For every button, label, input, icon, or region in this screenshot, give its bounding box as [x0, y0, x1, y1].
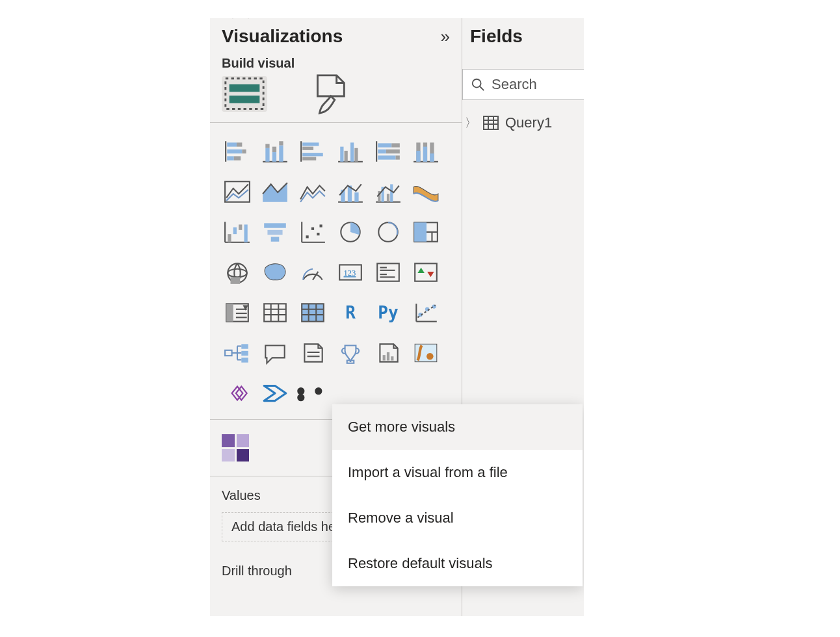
svg-rect-14	[272, 147, 276, 152]
svg-point-75	[228, 269, 246, 278]
svg-rect-13	[272, 152, 276, 162]
svg-rect-25	[350, 142, 354, 161]
svg-rect-50	[387, 194, 389, 202]
area-chart[interactable]	[258, 177, 292, 206]
svg-rect-111	[225, 350, 232, 356]
card-chart[interactable]: 123	[334, 258, 367, 287]
get-more-visuals-button[interactable]: ● ● ●	[296, 379, 330, 408]
svg-rect-8	[227, 156, 234, 160]
powerbi-right-panes: Visualizations » Build visual	[210, 18, 584, 616]
svg-rect-94	[264, 304, 286, 321]
slicer-chart[interactable]	[220, 298, 254, 327]
waterfall-chart[interactable]	[220, 218, 254, 246]
visualizations-title: Visualizations	[222, 26, 441, 47]
decomposition-tree-chart[interactable]	[220, 339, 254, 367]
svg-rect-60	[271, 237, 280, 241]
svg-rect-40	[430, 153, 434, 162]
collapse-visualizations-icon[interactable]: »	[441, 27, 450, 47]
svg-rect-123	[383, 355, 386, 360]
svg-rect-54	[228, 234, 231, 242]
arcgis-map-visual[interactable]	[409, 339, 443, 367]
menu-get-more-visuals[interactable]: Get more visuals	[332, 404, 583, 450]
svg-rect-9	[234, 156, 241, 160]
svg-rect-133	[484, 116, 498, 129]
hundred-percent-stacked-column-chart[interactable]	[409, 137, 443, 166]
gauge-chart[interactable]	[296, 258, 330, 287]
svg-rect-125	[391, 356, 393, 360]
visualizations-header: Visualizations »	[210, 18, 462, 55]
line-clustered-column-chart[interactable]	[371, 177, 405, 206]
qa-visual[interactable]	[258, 339, 292, 367]
svg-rect-46	[354, 192, 358, 202]
svg-rect-11	[265, 148, 269, 162]
multi-row-card-chart[interactable]	[371, 258, 405, 287]
fields-table-query1[interactable]: 〉 Query1	[462, 114, 584, 131]
pie-chart[interactable]	[334, 218, 367, 246]
svg-point-131	[473, 79, 481, 88]
build-visual-tab[interactable]	[222, 76, 267, 112]
menu-restore-default-visuals[interactable]: Restore default visuals	[332, 541, 583, 586]
svg-rect-6	[227, 150, 242, 153]
fields-search-input[interactable]: Search	[462, 69, 584, 100]
svg-rect-7	[242, 150, 246, 153]
svg-point-109	[432, 304, 436, 308]
svg-rect-24	[345, 151, 348, 162]
clustered-column-chart[interactable]	[334, 137, 367, 166]
format-page-tab[interactable]	[306, 76, 352, 112]
table-view-icon	[222, 75, 267, 112]
table-icon	[483, 116, 499, 130]
svg-marker-128	[232, 387, 243, 400]
menu-import-visual-from-file[interactable]: Import a visual from a file	[332, 450, 583, 495]
chevron-right-icon: 〉	[465, 115, 477, 131]
svg-marker-129	[236, 387, 247, 400]
paginated-report-visual[interactable]	[371, 339, 405, 367]
svg-marker-130	[264, 385, 286, 400]
svg-rect-5	[237, 142, 242, 146]
map-chart[interactable]	[220, 258, 254, 287]
svg-rect-21	[302, 157, 316, 160]
line-chart[interactable]	[220, 177, 254, 206]
scatter-chart[interactable]	[296, 218, 330, 246]
line-stacked-column-chart[interactable]	[334, 177, 367, 206]
svg-marker-87	[427, 272, 434, 277]
more-visuals-context-menu: Get more visuals Import a visual from a …	[332, 404, 583, 586]
goals-visual[interactable]	[334, 339, 367, 367]
hundred-percent-stacked-bar-chart[interactable]	[371, 137, 405, 166]
stacked-area-chart[interactable]	[296, 177, 330, 206]
svg-marker-86	[417, 268, 425, 273]
menu-remove-a-visual[interactable]: Remove a visual	[332, 495, 583, 541]
svg-rect-99	[302, 304, 324, 321]
ribbon-chart[interactable]	[409, 177, 443, 206]
stacked-bar-chart[interactable]	[220, 137, 254, 166]
svg-rect-89	[226, 304, 233, 321]
svg-rect-64	[311, 228, 314, 230]
svg-rect-71	[414, 222, 427, 241]
key-influencers-chart[interactable]	[409, 298, 443, 327]
treemap-chart[interactable]	[409, 218, 443, 246]
donut-chart[interactable]	[371, 218, 405, 246]
python-visual[interactable]: Py	[371, 298, 405, 327]
clustered-bar-chart[interactable]	[296, 137, 330, 166]
search-icon	[471, 77, 485, 92]
svg-rect-23	[340, 147, 343, 162]
svg-line-132	[480, 86, 484, 90]
svg-rect-66	[320, 224, 322, 227]
stacked-column-chart[interactable]	[258, 137, 292, 166]
r-script-visual[interactable]: R	[334, 298, 367, 327]
svg-rect-19	[302, 147, 313, 150]
power-automate-visual[interactable]	[258, 379, 292, 408]
kpi-chart[interactable]	[409, 258, 443, 287]
visual-gallery: 123 R Py ● ● ●	[210, 123, 462, 414]
custom-visual-icon[interactable]	[222, 434, 249, 462]
power-apps-visual[interactable]	[220, 379, 254, 408]
smart-narrative-visual[interactable]	[296, 339, 330, 367]
visualizations-tab-bar	[210, 76, 462, 122]
matrix-chart[interactable]	[296, 298, 330, 327]
svg-rect-56	[239, 224, 242, 229]
svg-rect-26	[354, 148, 358, 162]
table-chart[interactable]	[258, 298, 292, 327]
filled-map-chart[interactable]	[258, 258, 292, 287]
svg-text:123: 123	[344, 268, 356, 278]
funnel-chart[interactable]	[258, 218, 292, 246]
svg-rect-63	[306, 235, 309, 238]
